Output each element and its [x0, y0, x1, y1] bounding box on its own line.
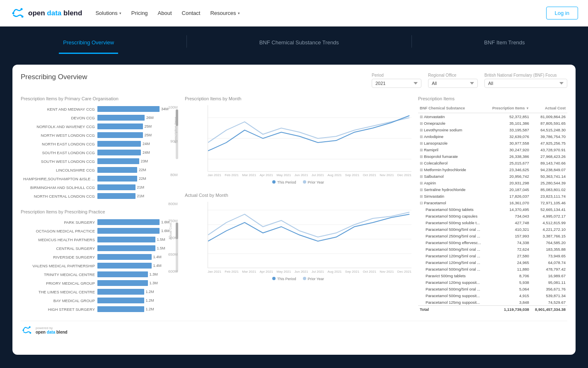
bar-label: NORFOLK AND WAVENEY CCG: [21, 124, 97, 129]
expand-icon[interactable]: ⊞: [420, 188, 424, 192]
list-item: PRIORY MEDICAL GROUP1.3M: [21, 279, 176, 287]
bar-value: 1.2M: [146, 307, 154, 311]
middle-column: Prescription Items by Month Prescription…: [185, 96, 411, 314]
col-bnf-header[interactable]: BNF Chemical Substance: [418, 105, 488, 113]
logo-text: open data blend: [28, 9, 82, 17]
list-item: HAMPSHIRE,SOUTHAMPTON &ISLE ...22M: [21, 175, 176, 182]
actual-cost-value: 23,823,111.74: [531, 193, 567, 199]
table-row: ⊞Metformin hydrochloride23,346,62594,238…: [418, 166, 567, 173]
actual-cost-value: 81,009,864.26: [531, 113, 567, 120]
expand-icon[interactable]: ⊞: [420, 135, 424, 139]
bar-fill: [97, 158, 139, 164]
bar-fill: [97, 150, 141, 155]
bar-label: BAY MEDICAL GROUP: [21, 298, 97, 303]
bar-label: LINCOLNSHIRE CCG: [21, 168, 97, 172]
tab-prescribing-overview[interactable]: Prescribing Overview: [59, 29, 118, 54]
nav-contact[interactable]: Contact: [182, 10, 201, 16]
prescription-items-value: 27,580: [488, 252, 531, 259]
col-items-header[interactable]: Prescription Items ▼: [488, 105, 531, 113]
bar-label: CENTRAL SURGERY: [21, 246, 97, 251]
list-item: RIVERSIDE SURGERY1.4M: [21, 253, 176, 261]
login-button[interactable]: Log in: [546, 7, 578, 19]
substance-name: Paravict 500mg tablets: [426, 274, 466, 278]
dash-body: Prescription Items by Primary Care Organ…: [21, 96, 567, 314]
chart1-legend: This Period Prior Year: [185, 180, 411, 184]
actual-cost-value: 356,671.76: [531, 286, 567, 292]
expand-icon[interactable]: ⊞: [420, 194, 424, 199]
expand-icon[interactable]: ⊞: [420, 168, 424, 172]
table-row: Paracetamol 120mg supposit...5,93895,081…: [418, 279, 567, 286]
actual-cost-value: 43,728,970.91: [531, 146, 567, 153]
nav-about[interactable]: About: [158, 10, 172, 16]
expand-icon[interactable]: ⊞: [420, 115, 424, 119]
col-cost-header[interactable]: Actual Cost: [531, 105, 567, 113]
expand-icon[interactable]: ⊞: [420, 121, 424, 126]
table-scroll-area[interactable]: BNF Chemical Substance Prescription Item…: [418, 105, 567, 312]
table-row: ⊞Ramipril30,247,92043,728,970.91: [418, 146, 567, 153]
expand-icon[interactable]: ⊞: [420, 181, 424, 185]
substance-name: Atorvastatin: [424, 114, 445, 119]
bar-track: 1.2M: [97, 298, 176, 303]
prescription-items-value: 410,321: [488, 226, 531, 232]
regional-select[interactable]: All: [428, 79, 478, 88]
logo-icon: [10, 6, 25, 21]
table-row: Paracetamol 125mg supposit...3,84874,529…: [418, 299, 567, 306]
bar-track: 1.5M: [97, 245, 176, 251]
table-body: ⊞Atorvastatin52,372,85181,009,864.26⊞Ome…: [418, 113, 567, 313]
prescription-items-value: 734,043: [488, 213, 531, 219]
expand-icon[interactable]: ⊟: [420, 201, 424, 205]
logo[interactable]: open data blend: [10, 6, 82, 21]
bar-label: HAMPSHIRE,SOUTHAMPTON &ISLE ...: [21, 177, 97, 181]
expand-icon[interactable]: ⊞: [420, 148, 424, 152]
bar-track: 1.6M: [97, 228, 176, 234]
nav-solutions[interactable]: Solutions ▾: [95, 10, 121, 16]
tab-bnf-chemical[interactable]: BNF Chemical Substance Trends: [255, 29, 343, 54]
bar-fill: [97, 245, 155, 251]
expand-icon[interactable]: ⊞: [420, 161, 424, 165]
table-row: Paravict 500mg tablets8,70616,989.67: [418, 272, 567, 279]
actual-cost-value: 4,512,815.99: [531, 219, 567, 226]
bar-label: KENT AND MEDWAY CCG: [21, 107, 97, 111]
svg-point-0: [12, 12, 15, 14]
actual-cost-value: 50,363,741.14: [531, 173, 567, 179]
period-label: Period: [372, 73, 421, 77]
bar-fill: [97, 219, 160, 225]
bar-label: NORTH CENTRAL LONDON CCG: [21, 194, 97, 199]
bar-track: 24M: [97, 150, 176, 155]
expand-icon[interactable]: ⊞: [420, 141, 424, 145]
expand-icon[interactable]: ⊞: [420, 155, 424, 159]
bar-track: 23M: [97, 158, 176, 164]
bnf-select[interactable]: All: [484, 79, 567, 88]
navbar: open data blend Solutions ▾ Pricing Abou…: [0, 0, 588, 27]
bar-value: 1.4M: [153, 264, 162, 268]
nav-pricing[interactable]: Pricing: [131, 10, 148, 16]
period-select[interactable]: 2021: [372, 79, 421, 88]
bar-track: 25M: [97, 123, 176, 129]
prescription-items-value: 16,361,070: [488, 199, 531, 206]
bar-value: 1.3M: [150, 281, 158, 285]
tab-bnf-item[interactable]: BNF Item Trends: [480, 29, 529, 54]
table-row: Paracetamol 120mg/5ml oral ...27,58073,9…: [418, 252, 567, 259]
bar-label: DEVON CCG: [21, 116, 97, 120]
section-title-orgs: Prescription Items by Primary Care Organ…: [21, 96, 178, 101]
table-row: ⊟Paracetamol16,361,07072,971,105.46: [418, 199, 567, 206]
prescription-items-value: 20,956,742: [488, 173, 531, 179]
table-section: Prescription Items BNF Chemical Substanc…: [418, 96, 567, 314]
actual-cost-value: 52,665,134.41: [531, 206, 567, 213]
bar-fill: [97, 298, 144, 303]
actual-cost-value: 47,925,256.75: [531, 140, 567, 146]
section-title-practices: Prescription Items by Prescribing Practi…: [21, 209, 178, 214]
substance-name: Amlodipine: [424, 134, 443, 139]
table-row: Paracetamol 500mg capsules734,0434,995,0…: [418, 213, 567, 219]
actual-cost-value: 3,387,766.15: [531, 232, 567, 239]
nav-resources[interactable]: Resources ▾: [210, 10, 240, 16]
expand-icon[interactable]: ⊞: [420, 128, 424, 132]
table-row: ⊞Simvastatin17,826,03723,823,111.74: [418, 193, 567, 199]
substance-name: Paracetamol: [424, 201, 446, 205]
expand-icon[interactable]: ⊞: [420, 174, 424, 179]
prescription-items-value: 35,101,386: [488, 120, 531, 126]
chart2-area: [208, 202, 411, 268]
list-item: KENT AND MEDWAY CCG34M: [21, 105, 176, 113]
prescription-items-value: 17,826,037: [488, 193, 531, 199]
list-item: NORTH CENTRAL LONDON CCG21M: [21, 192, 176, 200]
